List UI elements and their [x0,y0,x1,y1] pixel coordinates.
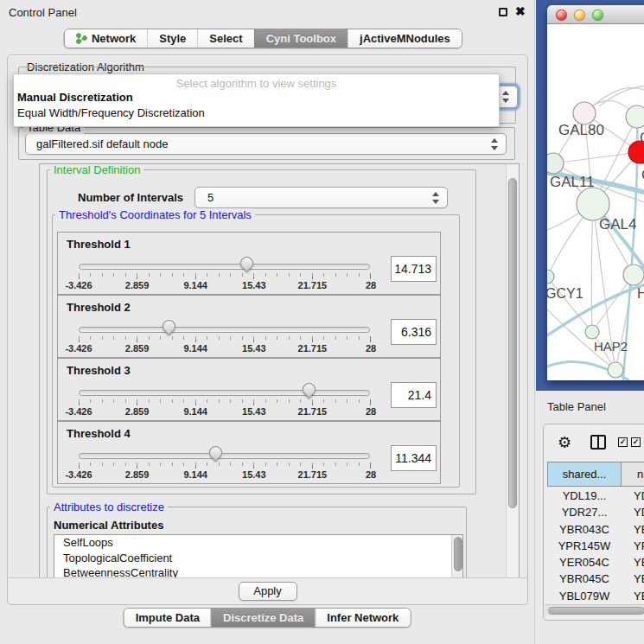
network-window-titlebar[interactable] [547,5,644,24]
tab-select[interactable]: Select [197,29,253,48]
tab-cyni-toolbox[interactable]: Cyni Toolbox [254,29,348,48]
network-node[interactable] [585,325,599,339]
node-label-partial: H [637,286,644,302]
table-row[interactable]: YBL079WYBL0 [547,588,644,604]
float-window-icon[interactable] [499,8,507,16]
network-node[interactable] [608,362,623,378]
network-node[interactable] [626,105,644,128]
tab-network[interactable]: Network [65,29,147,48]
column-layout-icon[interactable] [590,435,606,450]
zoom-traffic-light-icon[interactable] [592,10,603,21]
tick-label: 28 [366,469,376,480]
tab-jactivemnodules[interactable]: jActiveMNodules [348,29,462,48]
tick-label: -3.426 [65,469,92,480]
column-header-name[interactable]: na [622,462,644,487]
table-data-combobox[interactable]: galFiltered.sif default node [25,133,507,155]
tab-infer-network[interactable]: Infer Network [315,609,410,627]
attribute-item[interactable]: SelfLoops [54,535,462,551]
tab-style[interactable]: Style [147,29,197,48]
cell-shared-name[interactable]: YBR043C [547,521,622,538]
apply-button[interactable]: Apply [239,582,297,601]
number-of-intervals-combobox[interactable]: 5 [194,187,448,208]
scrollbar-thumb[interactable] [508,178,517,508]
threshold-slider-track[interactable] [79,264,370,270]
cell-shared-name[interactable]: YDR27... [547,504,622,520]
network-node[interactable] [623,265,644,285]
threshold-slider-track[interactable] [79,327,370,333]
threshold-3-panel: Threshold 3 -3.4262.8599.14415.4321.7152… [57,358,441,421]
cell-name[interactable]: YBL0 [622,588,644,604]
table-row[interactable]: YPR145WYPR1 [547,538,644,554]
table-row[interactable]: YBR043CYBR0 [547,521,644,538]
table-header: shared... na [547,462,644,487]
network-view-window[interactable]: GAL80 GA GAL11 GAL4 GCY1 H HAP2 C [547,5,644,380]
horizontal-scrollbar[interactable] [545,604,644,615]
slider-minor-ticks [79,399,366,403]
cell-shared-name[interactable]: YDL19... [547,488,622,504]
close-icon[interactable]: ✖ [515,4,526,18]
attribute-item[interactable]: BetweennessCentrality [54,565,462,578]
tab-discretize-data[interactable]: Discretize Data [211,609,315,627]
tick-label: 15.43 [242,280,266,290]
cell-name[interactable]: YBR0 [622,521,644,538]
control-panel: Control Panel ✖ Network Style Select Cyn… [0,0,535,644]
cell-name[interactable]: YBR0 [622,571,644,587]
tick-label: 2.859 [125,406,150,417]
cell-name[interactable]: YPR1 [622,538,644,554]
number-of-intervals-label: Number of Intervals [78,191,183,204]
tab-label: Network [92,32,136,45]
network-graph [547,24,644,380]
dropdown-option-equal-width[interactable]: Equal Width/Frequency Discretization [14,105,499,121]
dropdown-option-manual[interactable]: Manual Discretization [14,90,499,105]
close-traffic-light-icon[interactable] [556,10,567,21]
list-scrollbar[interactable] [451,535,462,578]
tick-label: -3.426 [65,406,92,417]
cell-name[interactable]: YDR2 [622,504,644,520]
network-node[interactable] [547,270,554,284]
cell-shared-name[interactable]: YPR145W [547,538,622,554]
tab-impute-data[interactable]: Impute Data [124,609,211,627]
threshold-value-field[interactable]: 14.713 [391,256,437,282]
tick-label: -3.426 [65,280,92,290]
table-row[interactable]: YER054CYER0 [547,554,644,571]
tab-label: Select [209,32,242,45]
network-canvas[interactable]: GAL80 GA GAL11 GAL4 GCY1 H HAP2 C [547,24,644,380]
column-header-shared-name[interactable]: shared... [547,462,622,487]
table-row[interactable]: YDL19...YDL1 [547,488,644,504]
table-row[interactable]: YDR27...YDR2 [547,504,644,520]
minimize-traffic-light-icon[interactable] [574,10,585,21]
threshold-slider-track[interactable] [79,453,370,459]
attribute-item[interactable]: TopologicalCoefficient [54,551,462,566]
table-row[interactable]: YBR045CYBR0 [547,571,644,587]
table-panel: ⚙ ✓ ✓ shared... na YDL19...YDL1YDR27...Y… [543,424,644,621]
threshold-value-field[interactable]: 6.316 [391,319,437,345]
table-toolbar: ⚙ ✓ ✓ [544,424,644,461]
select-columns-icon[interactable]: ✓ [631,437,641,447]
group-title-attributes: Attributes to discretize [50,501,168,513]
top-tab-bar: Network Style Select Cyni Toolbox jActiv… [64,29,462,48]
network-node[interactable] [547,153,564,174]
slider-tick-labels: -3.4262.8599.14415.4321.71528 [79,343,371,354]
tick-label: 15.43 [242,469,266,480]
cell-shared-name[interactable]: YBL079W [547,588,622,604]
cell-shared-name[interactable]: YER054C [547,554,622,571]
threshold-value-field[interactable]: 11.344 [391,445,437,471]
cell-name[interactable]: YDL1 [622,488,644,504]
tab-label: Impute Data [136,611,200,624]
threshold-4-panel: Threshold 4 -3.4262.8599.14415.4321.7152… [57,421,441,484]
cell-shared-name[interactable]: YBR045C [547,571,622,587]
numerical-attributes-label: Numerical Attributes [54,519,163,532]
select-columns-icon[interactable]: ✓ [618,437,628,447]
threshold-value-field[interactable]: 21.4 [391,382,437,408]
tick-label: 9.144 [183,280,207,290]
tick-label: 21.715 [298,343,328,354]
tab-label: Style [159,32,186,45]
tick-label: 21.715 [298,469,328,480]
gear-icon[interactable]: ⚙ [558,433,571,451]
slider-tick-labels: -3.4262.8599.14415.4321.71528 [79,469,371,481]
settings-scrollbar[interactable] [506,164,519,577]
scrollbar-thumb[interactable] [548,607,644,615]
threshold-slider-track[interactable] [79,390,370,396]
bottom-tab-bar: Impute Data Discretize Data Infer Networ… [124,608,411,628]
cell-name[interactable]: YER0 [622,554,644,571]
